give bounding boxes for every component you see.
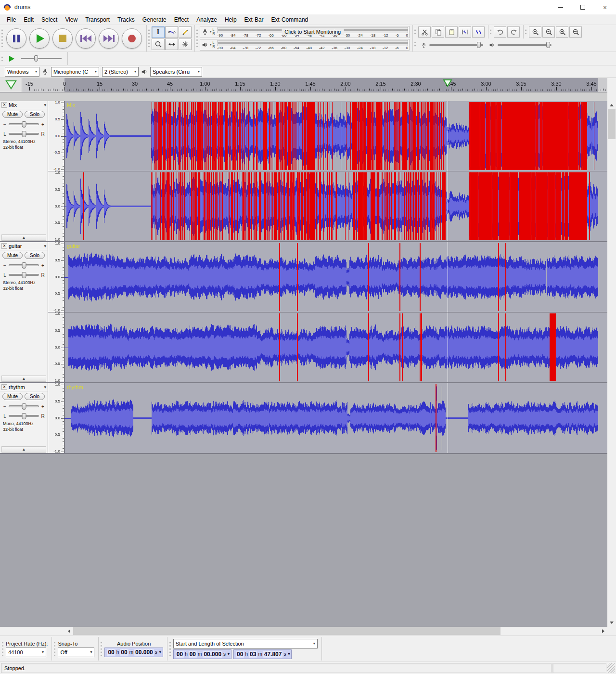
cut-button[interactable] (418, 26, 431, 38)
vertical-ruler[interactable]: 1.00.50.0-0.5-1.0 (48, 242, 64, 312)
menu-transport[interactable]: Transport (81, 14, 114, 25)
undo-button[interactable] (494, 26, 506, 38)
waveform-guitar-ch1[interactable] (64, 242, 607, 312)
slider-thumb[interactable] (22, 262, 26, 269)
slider-thumb[interactable] (22, 272, 26, 278)
copy-button[interactable] (432, 26, 444, 38)
selection-mode-select[interactable]: Start and Length of Selection▾ (173, 639, 318, 648)
scroll-up-button[interactable] (607, 101, 616, 109)
selection-tool-button[interactable]: I (152, 26, 165, 38)
horizontal-scroll-track[interactable] (73, 627, 599, 635)
multi-tool-button[interactable] (179, 39, 192, 50)
vertical-scroll-track[interactable] (607, 109, 616, 619)
chevron-down-icon[interactable]: ▾ (288, 652, 290, 656)
track-title[interactable]: Mix (9, 102, 42, 108)
track-panel-guitar[interactable]: ×guitar▾MuteSolo−+LRStereo, 44100Hz32-bi… (0, 242, 48, 382)
track-close-button[interactable]: × (1, 243, 7, 249)
timeline-ruler[interactable] (0, 78, 607, 92)
track-panel-mix[interactable]: ×Mix▾MuteSolo−+LRStereo, 44100Hz32-bit f… (0, 101, 48, 241)
tracks-viewport[interactable]: ×Mix▾MuteSolo−+LRStereo, 44100Hz32-bit f… (0, 101, 607, 627)
menu-tracks[interactable]: Tracks (114, 14, 139, 25)
playback-meter[interactable]: ▾ LR -90-84-78-72-66-60-54-48-42-36-30-2… (200, 39, 410, 51)
minimize-button[interactable] (550, 0, 572, 14)
slider-thumb[interactable] (546, 42, 550, 48)
gain-slider[interactable]: −+ (0, 119, 48, 129)
track-menu-caret-icon[interactable]: ▾ (44, 103, 46, 107)
resize-grip[interactable] (607, 663, 615, 673)
time-digits[interactable]: 47.807 (263, 651, 283, 658)
selection-start-field[interactable]: 00h00m00.000s▾ (173, 649, 231, 659)
mute-button[interactable]: Mute (2, 111, 23, 118)
menu-select[interactable]: Select (38, 14, 61, 25)
time-digits[interactable]: 00 (107, 649, 115, 656)
playback-volume-slider[interactable] (489, 42, 552, 48)
timeshift-tool-button[interactable] (165, 39, 178, 50)
audio-position-field[interactable]: 00h00m00.000s▾ (104, 648, 163, 657)
maximize-button[interactable] (572, 0, 594, 14)
redo-button[interactable] (507, 26, 520, 38)
time-digits[interactable]: 03 (249, 651, 257, 658)
recording-device-select[interactable]: Microphone (C▾ (51, 67, 99, 77)
solo-button[interactable]: Solo (25, 252, 45, 259)
track-collapse-button[interactable]: ▲ (1, 234, 46, 241)
vertical-ruler[interactable]: 1.00.50.0-0.5-1.0 (48, 383, 64, 453)
mute-button[interactable]: Mute (2, 393, 23, 400)
play-at-speed-button[interactable] (5, 53, 18, 64)
time-digits[interactable]: 00 (176, 651, 184, 658)
pan-slider[interactable]: LR (0, 129, 48, 139)
recording-channels-select[interactable]: 2 (Stereo)▾ (102, 67, 139, 77)
menu-help[interactable]: Help (221, 14, 241, 25)
time-digits[interactable]: 00 (236, 651, 244, 658)
slider-thumb[interactable] (477, 42, 481, 48)
slider-thumb[interactable] (22, 413, 26, 419)
menu-generate[interactable]: Generate (139, 14, 170, 25)
menu-edit[interactable]: Edit (20, 14, 38, 25)
slider-thumb[interactable] (22, 403, 26, 410)
record-button[interactable] (122, 28, 142, 49)
monitoring-message[interactable]: Click to Start Monitoring (282, 28, 344, 35)
pan-slider[interactable]: LR (0, 411, 48, 421)
chevron-down-icon[interactable]: ▾ (228, 652, 230, 656)
paste-button[interactable] (445, 26, 458, 38)
play-button[interactable] (29, 28, 50, 49)
skip-to-start-button[interactable] (76, 28, 96, 49)
menu-ext-command[interactable]: Ext-Command (268, 14, 312, 25)
chevron-down-icon[interactable]: ▾ (159, 650, 161, 654)
track-title[interactable]: rhythm (9, 384, 42, 390)
track-title[interactable]: guitar (9, 243, 42, 249)
playback-device-select[interactable]: Speakers (Cirru▾ (150, 67, 202, 77)
vertical-scroll-thumb[interactable] (608, 109, 616, 139)
audio-host-select[interactable]: Windows▾ (5, 67, 39, 77)
vertical-scrollbar[interactable] (607, 101, 616, 627)
vertical-ruler[interactable]: 1.00.50.0-0.5-1.0 (48, 171, 64, 241)
waveform-mix-ch1[interactable] (64, 101, 607, 171)
time-digits[interactable]: 00 (189, 651, 197, 658)
horizontal-scrollbar[interactable] (0, 627, 616, 635)
time-digits[interactable]: 00.000 (134, 649, 154, 656)
waveform-mix-ch2[interactable] (64, 171, 607, 241)
track-panel-rhythm[interactable]: ×rhythm▾MuteSolo−+LRMono, 44100Hz32-bit … (0, 383, 48, 453)
recording-volume-slider[interactable] (421, 42, 483, 48)
track-collapse-button[interactable]: ▲ (1, 446, 46, 453)
gain-slider[interactable]: −+ (0, 260, 48, 270)
zoom-in-button[interactable] (529, 26, 541, 38)
chevron-down-icon[interactable]: ▾ (210, 43, 212, 47)
menu-analyze[interactable]: Analyze (192, 14, 221, 25)
selection-length-field[interactable]: 00h03m47.807s▾ (233, 649, 292, 659)
solo-button[interactable]: Solo (25, 111, 45, 118)
vertical-ruler[interactable]: 1.00.50.0-0.5-1.0 (48, 101, 64, 171)
recording-meter[interactable]: ▾ LR -90-84-78-72-66-60-54-48-42-36-30-2… (200, 26, 410, 38)
snap-to-select[interactable]: Off▾ (58, 648, 94, 657)
project-rate-select[interactable]: 44100▾ (6, 648, 46, 657)
time-digits[interactable]: 00 (120, 649, 128, 656)
menu-view[interactable]: View (61, 14, 81, 25)
play-speed-slider[interactable] (21, 58, 62, 59)
scroll-down-button[interactable] (607, 619, 616, 627)
gain-slider[interactable]: −+ (0, 402, 48, 411)
vertical-ruler[interactable]: 1.00.50.0-0.5-1.0 (48, 312, 64, 382)
chevron-down-icon[interactable]: ▾ (210, 30, 212, 34)
pause-button[interactable] (6, 28, 26, 49)
stop-button[interactable] (52, 28, 73, 49)
zoom-out-button[interactable] (542, 26, 555, 38)
fit-selection-button[interactable] (556, 26, 568, 38)
